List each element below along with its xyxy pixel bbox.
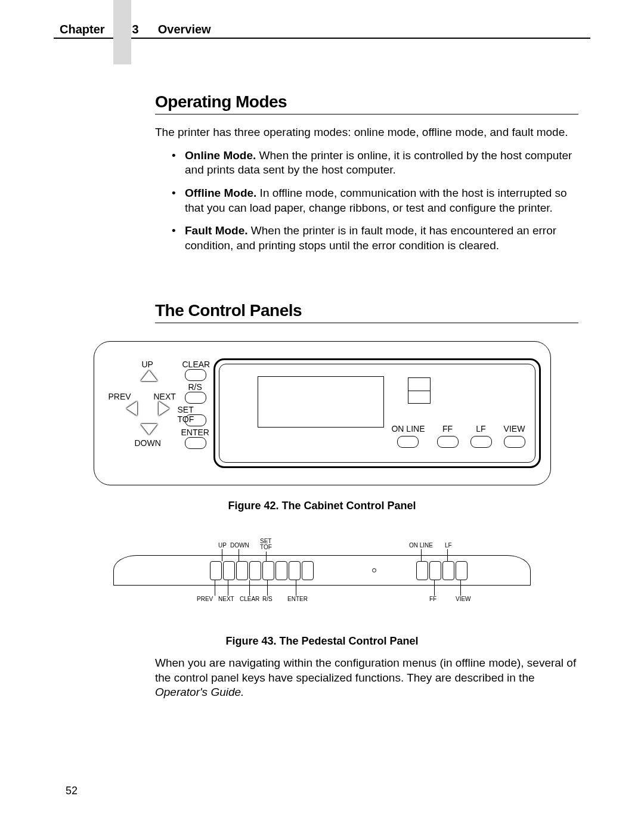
keypad-label-up: UP bbox=[142, 360, 153, 369]
ped-btn-5 bbox=[262, 561, 274, 580]
callout-line bbox=[447, 549, 448, 561]
ped-btn-2 bbox=[223, 561, 235, 580]
clear-button-icon bbox=[185, 369, 206, 381]
closing-emphasis: Operator's Guide. bbox=[155, 686, 244, 698]
header-title: Overview bbox=[158, 23, 211, 36]
callout-line bbox=[249, 580, 250, 596]
ped-label-prev: PREV bbox=[197, 596, 213, 602]
down-arrow-icon bbox=[141, 424, 157, 435]
mode-offline: Offline Mode. In offline mode, communica… bbox=[172, 186, 578, 215]
ped-btn-7 bbox=[289, 561, 301, 580]
callout-line bbox=[215, 580, 215, 596]
mode-online-term: Online Mode. bbox=[185, 149, 256, 162]
chapter-tab-decoration bbox=[113, 0, 131, 64]
ped-btn-3 bbox=[236, 561, 248, 580]
cabinet-view-label: VIEW bbox=[504, 424, 525, 433]
ped-label-settof: SET TOF bbox=[260, 538, 272, 550]
callout-line bbox=[267, 580, 268, 596]
callout-line bbox=[434, 580, 435, 596]
cabinet-keypad: UP PREV NEXT DOWN CLEAR R/S SET TOF ENTE… bbox=[109, 355, 210, 474]
keypad-label-rs: R/S bbox=[188, 382, 202, 392]
callout-line bbox=[239, 549, 239, 561]
ped-label-down: DOWN bbox=[230, 542, 249, 549]
cabinet-display-outer: ON LINE FF LF VIEW bbox=[213, 358, 541, 468]
ped-label-ff: FF bbox=[429, 596, 436, 602]
operating-modes-list: Online Mode. When the printer is online,… bbox=[172, 148, 578, 253]
ped-label-lf: LF bbox=[445, 542, 452, 549]
closing-content: When you are navigating within the confi… bbox=[155, 656, 578, 700]
status-led bbox=[408, 377, 431, 404]
ped-btn-6 bbox=[275, 561, 287, 580]
pill-icon bbox=[437, 436, 459, 448]
cabinet-ff-button: FF bbox=[437, 424, 459, 448]
header-chapter-number: 3 bbox=[132, 23, 139, 36]
mode-fault: Fault Mode. When the printer is in fault… bbox=[172, 224, 578, 253]
ped-btn-r2 bbox=[429, 561, 441, 580]
ped-btn-r3 bbox=[442, 561, 454, 580]
callout-line bbox=[421, 549, 422, 561]
mode-fault-term: Fault Mode. bbox=[185, 224, 248, 237]
figure-42-caption: Figure 42. The Cabinet Control Panel bbox=[60, 500, 584, 512]
ped-label-enter: ENTER bbox=[287, 596, 308, 602]
ped-label-rs: R/S bbox=[262, 596, 273, 602]
cabinet-control-panel-figure: UP PREV NEXT DOWN CLEAR R/S SET TOF ENTE… bbox=[94, 341, 551, 485]
header-chapter: Chapter bbox=[60, 23, 105, 36]
cabinet-lf-label: LF bbox=[470, 424, 492, 433]
cabinet-online-label: ON LINE bbox=[391, 424, 425, 433]
closing-paragraph: When you are navigating within the confi… bbox=[155, 656, 578, 700]
pill-icon bbox=[397, 436, 419, 448]
keypad-label-next: NEXT bbox=[154, 392, 176, 401]
callout-line bbox=[222, 549, 222, 561]
up-arrow-icon bbox=[141, 370, 157, 381]
ped-btn-r4 bbox=[456, 561, 467, 580]
ped-btn-r1 bbox=[416, 561, 428, 580]
mode-offline-term: Offline Mode. bbox=[185, 187, 256, 199]
callout-line bbox=[296, 580, 296, 596]
ped-btn-8 bbox=[302, 561, 314, 580]
pill-icon bbox=[470, 436, 492, 448]
section-heading-operating-modes: Operating Modes bbox=[155, 92, 578, 114]
lcd-screen bbox=[258, 376, 384, 428]
page: Chapter 3 Overview Operating Modes The p… bbox=[0, 0, 644, 833]
cabinet-online-button: ON LINE bbox=[391, 424, 425, 448]
left-arrow-icon bbox=[126, 401, 137, 416]
ped-label-view: VIEW bbox=[456, 596, 471, 602]
pedestal-body bbox=[113, 555, 531, 586]
callout-line bbox=[266, 552, 267, 561]
callout-line bbox=[228, 580, 228, 596]
cabinet-display-inner: ON LINE FF LF VIEW bbox=[219, 364, 535, 463]
enter-button-icon bbox=[185, 437, 206, 449]
keypad-label-down: DOWN bbox=[135, 438, 161, 448]
section-heading-control-panels: The Control Panels bbox=[155, 301, 578, 323]
cabinet-lf-button: LF bbox=[470, 424, 492, 448]
ped-label-next: NEXT bbox=[218, 596, 234, 602]
closing-text: When you are navigating within the confi… bbox=[155, 657, 576, 684]
callout-line bbox=[460, 580, 461, 596]
pill-icon bbox=[504, 436, 525, 448]
cabinet-ff-label: FF bbox=[437, 424, 459, 433]
pedestal-led bbox=[372, 568, 376, 572]
ped-label-online: ON LINE bbox=[409, 542, 433, 549]
ped-label-up: UP bbox=[218, 542, 227, 549]
ped-label-clear: CLEAR bbox=[240, 596, 259, 602]
operating-modes-intro: The printer has three operating modes: o… bbox=[155, 125, 578, 140]
ped-btn-1 bbox=[210, 561, 222, 580]
content-area: Operating Modes The printer has three op… bbox=[155, 92, 578, 323]
page-number: 52 bbox=[66, 785, 78, 797]
rs-button-icon bbox=[185, 392, 206, 404]
ped-btn-4 bbox=[249, 561, 261, 580]
pedestal-control-panel-figure: UP DOWN SET TOF ON LINE LF PREV NEXT CLE… bbox=[113, 534, 531, 611]
cabinet-view-button: VIEW bbox=[504, 424, 525, 448]
keypad-label-clear: CLEAR bbox=[182, 360, 210, 369]
right-arrow-icon bbox=[159, 401, 169, 416]
keypad-label-enter: ENTER bbox=[181, 428, 209, 437]
page-header: Chapter 3 Overview bbox=[54, 23, 590, 39]
mode-online: Online Mode. When the printer is online,… bbox=[172, 148, 578, 178]
keypad-label-prev: PREV bbox=[109, 392, 131, 401]
settof-button-icon bbox=[185, 414, 206, 426]
figure-43-caption: Figure 43. The Pedestal Control Panel bbox=[60, 635, 584, 648]
